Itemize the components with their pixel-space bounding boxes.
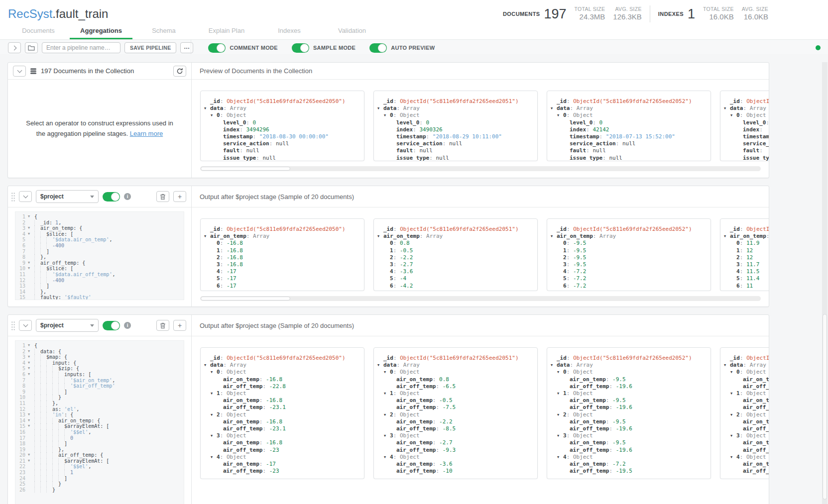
fold-caret-icon[interactable]: ▼ [25, 354, 32, 360]
fold-caret-icon[interactable]: ▼ [25, 412, 32, 418]
vertical-scrollbar-thumb[interactable] [823, 314, 827, 500]
expand-caret-icon[interactable]: ▼ [730, 112, 736, 119]
fold-caret-icon[interactable]: ▼ [25, 418, 32, 424]
expand-caret-icon[interactable]: ▼ [551, 233, 557, 240]
expand-caret-icon[interactable]: ▼ [204, 362, 210, 369]
fold-caret-icon[interactable]: ▼ [25, 343, 32, 349]
fold-caret-icon[interactable]: ▼ [25, 366, 32, 372]
info-icon[interactable]: i [124, 322, 131, 329]
tab-schema[interactable]: Schema [132, 26, 195, 39]
tab-aggregations[interactable]: Aggregations [70, 26, 132, 39]
fold-caret-icon[interactable]: ▼ [25, 452, 32, 458]
delete-stage-button[interactable] [156, 191, 169, 202]
fold-caret-icon[interactable]: ▼ [25, 260, 32, 266]
stage-enabled-toggle[interactable] [103, 192, 120, 202]
collapse-stage-button[interactable] [13, 66, 26, 77]
stage-drag-handle[interactable] [10, 192, 15, 202]
tab-indexes[interactable]: Indexes [258, 26, 321, 39]
horizontal-scrollbar[interactable] [200, 296, 761, 301]
expand-caret-icon[interactable]: ▼ [211, 411, 217, 418]
expand-caret-icon[interactable]: ▼ [204, 233, 210, 240]
stage-drag-handle[interactable] [10, 320, 15, 330]
stage-enabled-toggle[interactable] [103, 321, 120, 330]
fold-caret-icon[interactable]: ▼ [25, 225, 32, 231]
toggle-comment-mode[interactable]: COMMENT MODE [208, 43, 277, 53]
expand-caret-icon[interactable]: ▼ [377, 362, 383, 369]
add-stage-button[interactable]: + [173, 320, 186, 331]
expand-caret-icon[interactable]: ▼ [557, 454, 563, 461]
horizontal-scrollbar-thumb[interactable] [201, 297, 290, 301]
expand-caret-icon[interactable]: ▼ [730, 432, 736, 439]
field-value: 11.4 [746, 275, 760, 282]
code-editor[interactable]: 1▼{2▼ data: {3▼ $map: {4▼ input: {5▼ $zi… [15, 340, 184, 504]
fold-caret-icon[interactable]: ▼ [25, 372, 32, 378]
tab-validation[interactable]: Validation [321, 26, 383, 39]
toggle-switch[interactable] [292, 43, 309, 53]
fold-caret-icon[interactable]: ▼ [25, 266, 32, 272]
toggle-switch[interactable] [208, 43, 226, 53]
info-icon[interactable]: i [124, 193, 131, 200]
toggle-sample-mode[interactable]: SAMPLE MODE [292, 43, 355, 53]
pipeline-name-input[interactable] [42, 42, 120, 53]
open-saved-pipelines-button[interactable] [25, 42, 38, 53]
delete-stage-button[interactable] [156, 320, 169, 331]
expand-caret-icon[interactable]: ▼ [377, 233, 383, 240]
expand-caret-icon[interactable]: ▼ [557, 369, 563, 376]
add-stage-button[interactable]: + [173, 191, 186, 202]
expand-caret-icon[interactable]: ▼ [384, 112, 390, 119]
vertical-scrollbar[interactable] [822, 62, 828, 504]
expand-caret-icon[interactable]: ▼ [730, 411, 736, 418]
expand-caret-icon[interactable]: ▼ [204, 105, 210, 112]
stage-operator-select[interactable]: $project [36, 190, 99, 203]
horizontal-scrollbar-thumb[interactable] [201, 167, 290, 171]
fold-caret-icon[interactable]: ▼ [25, 231, 32, 237]
fold-caret-icon[interactable]: ▼ [25, 423, 32, 429]
expand-caret-icon[interactable]: ▼ [724, 105, 730, 112]
collapse-all-stages-button[interactable] [8, 42, 21, 53]
tab-documents[interactable]: Documents [7, 26, 70, 39]
expand-caret-icon[interactable]: ▼ [384, 411, 390, 418]
refresh-documents-button[interactable] [173, 66, 186, 77]
expand-caret-icon[interactable]: ▼ [211, 390, 217, 397]
expand-caret-icon[interactable]: ▼ [730, 390, 736, 397]
expand-caret-icon[interactable]: ▼ [724, 233, 730, 240]
expand-caret-icon[interactable]: ▼ [557, 112, 563, 119]
toggle-auto-preview[interactable]: AUTO PREVIEW [369, 43, 435, 53]
fold-caret-icon[interactable]: ▼ [25, 458, 32, 464]
toggle-switch[interactable] [369, 43, 387, 53]
save-pipeline-button[interactable]: SAVE PIPELINE [124, 42, 176, 53]
expand-caret-icon[interactable]: ▼ [384, 390, 390, 397]
document-field-row: ▼0: Object [720, 112, 769, 119]
expand-caret-icon[interactable]: ▼ [557, 390, 563, 397]
collapse-stage-button[interactable] [19, 191, 32, 202]
code-editor[interactable]: 1▼{2 _id: 1,3▼ air_on_temp: {4▼ $slice: … [15, 211, 184, 300]
field-value: Object [400, 390, 420, 397]
expand-caret-icon[interactable]: ▼ [557, 432, 563, 439]
fold-caret-icon[interactable]: ▼ [25, 349, 32, 355]
more-options-button[interactable]: ••• [180, 42, 193, 53]
expand-caret-icon[interactable]: ▼ [724, 362, 730, 369]
horizontal-scrollbar[interactable] [200, 166, 761, 171]
expand-caret-icon[interactable]: ▼ [384, 369, 390, 376]
database-name-link[interactable]: RecSyst [8, 7, 52, 20]
expand-caret-icon[interactable]: ▼ [377, 105, 383, 112]
collapse-stage-button[interactable] [19, 320, 32, 331]
stage-header: 197 Documents in the Collection [8, 63, 191, 80]
fold-caret-placeholder [25, 487, 32, 493]
expand-caret-icon[interactable]: ▼ [730, 369, 736, 376]
expand-caret-icon[interactable]: ▼ [211, 432, 217, 439]
fold-caret-icon[interactable]: ▼ [25, 214, 32, 220]
expand-caret-icon[interactable]: ▼ [211, 454, 217, 461]
expand-caret-icon[interactable]: ▼ [551, 105, 557, 112]
fold-caret-icon[interactable]: ▼ [25, 360, 32, 366]
expand-caret-icon[interactable]: ▼ [211, 112, 217, 119]
expand-caret-icon[interactable]: ▼ [384, 432, 390, 439]
stage-operator-select[interactable]: $project [36, 319, 99, 332]
expand-caret-icon[interactable]: ▼ [384, 454, 390, 461]
expand-caret-icon[interactable]: ▼ [730, 454, 736, 461]
expand-caret-icon[interactable]: ▼ [551, 362, 557, 369]
expand-caret-icon[interactable]: ▼ [211, 369, 217, 376]
tab-explain-plan[interactable]: Explain Plan [195, 26, 258, 39]
learn-more-link[interactable]: Learn more [130, 130, 163, 137]
expand-caret-icon[interactable]: ▼ [557, 411, 563, 418]
